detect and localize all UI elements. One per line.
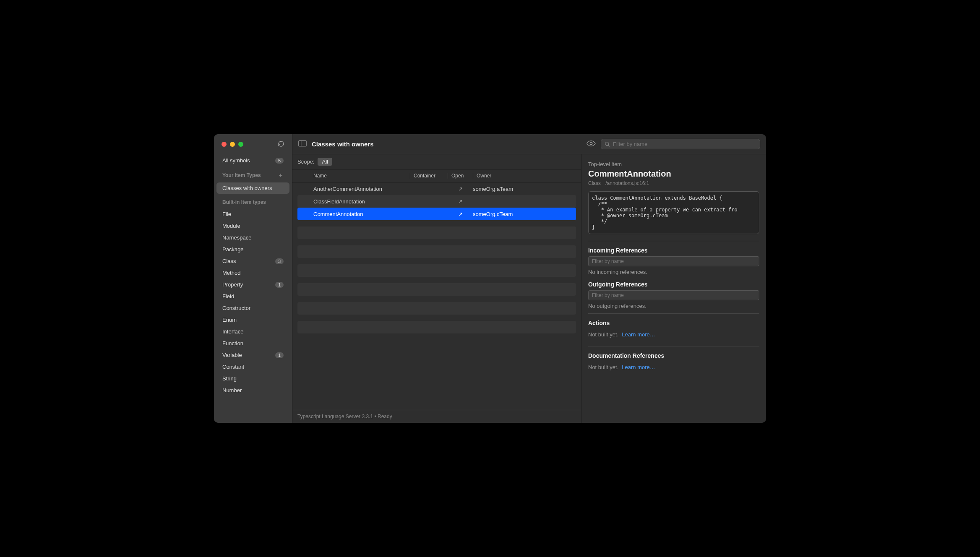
sidebar-toggle-button[interactable] xyxy=(298,140,307,148)
sidebar-item-field[interactable]: Field xyxy=(216,291,289,302)
add-type-button[interactable]: ＋ xyxy=(278,172,284,179)
table-row[interactable]: CommentAnnotation↗someOrg.cTeam xyxy=(297,208,576,220)
sidebar-item-module[interactable]: Module xyxy=(216,220,289,232)
page-title: Classes with owners xyxy=(312,141,374,148)
sidebar-item-classes-with-owners[interactable]: Classes with owners xyxy=(216,182,289,194)
status-bar: Typescript Language Server 3.3.1 • Ready xyxy=(292,410,581,423)
sidebar-item-label: String xyxy=(222,375,237,382)
svg-point-3 xyxy=(605,142,609,145)
sidebar-item-label: Variable xyxy=(222,352,242,358)
sidebar-heading-builtin: Built-in Item types xyxy=(216,197,289,208)
sidebar-item-all-symbols[interactable]: All symbols 5 xyxy=(216,155,289,166)
table-row[interactable]: ClassFieldAnnotation↗ xyxy=(297,195,576,208)
sidebar-item-variable[interactable]: Variable1 xyxy=(216,349,289,361)
sidebar-item-class[interactable]: Class3 xyxy=(216,255,289,267)
placeholder-row xyxy=(297,321,576,333)
column-owner[interactable]: Owner xyxy=(473,173,548,179)
heading-label: Your Item Types xyxy=(222,172,261,178)
column-name[interactable]: Name xyxy=(313,173,410,179)
search-input[interactable] xyxy=(613,141,756,147)
open-link-icon[interactable]: ↗ xyxy=(448,198,473,205)
open-link-icon[interactable]: ↗ xyxy=(448,211,473,217)
sidebar-item-label: Property xyxy=(222,281,243,288)
sidebar-item-constructor[interactable]: Constructor xyxy=(216,302,289,314)
sidebar-item-interface[interactable]: Interface xyxy=(216,326,289,337)
placeholder-row xyxy=(297,245,576,258)
detail-meta: Class /annotations.js:16:1 xyxy=(588,180,759,186)
toolbar: Classes with owners xyxy=(292,134,766,154)
table-row[interactable]: AnotherCommentAnnotation↗someOrg.aTeam xyxy=(297,182,576,195)
code-preview: class CommentAnnotation extends BaseMode… xyxy=(588,191,759,234)
svg-rect-0 xyxy=(299,141,306,146)
minimize-window-button[interactable] xyxy=(230,142,235,147)
placeholder-row xyxy=(297,302,576,315)
sidebar-item-label: Enum xyxy=(222,317,237,323)
outgoing-filter-input[interactable] xyxy=(588,290,759,300)
sidebar-item-method[interactable]: Method xyxy=(216,267,289,278)
close-window-button[interactable] xyxy=(222,142,227,147)
docrefs-learn-more-link[interactable]: Learn more… xyxy=(622,364,655,370)
content-area: Scope: All Name Container Open Owner Ano… xyxy=(292,154,766,423)
sidebar-item-enum[interactable]: Enum xyxy=(216,314,289,325)
row-name: ClassFieldAnnotation xyxy=(313,198,410,205)
scope-bar: Scope: All xyxy=(292,154,581,169)
sidebar-item-file[interactable]: File xyxy=(216,208,289,220)
sidebar-item-label: File xyxy=(222,211,231,217)
scope-label: Scope: xyxy=(297,159,314,165)
row-owner: someOrg.cTeam xyxy=(473,211,548,217)
scope-value[interactable]: All xyxy=(318,158,332,166)
count-badge: 1 xyxy=(275,282,284,288)
refresh-button[interactable] xyxy=(278,141,284,148)
detail-kind: Class xyxy=(588,180,601,186)
incoming-refs-title: Incoming References xyxy=(588,247,759,254)
placeholder-row xyxy=(297,226,576,239)
search-field[interactable] xyxy=(601,139,760,149)
app-window: All symbols 5 Your Item Types ＋ Classes … xyxy=(214,134,766,423)
table-body: AnotherCommentAnnotation↗someOrg.aTeamCl… xyxy=(292,182,581,410)
sidebar-item-label: Number xyxy=(222,387,242,393)
visibility-toggle-button[interactable] xyxy=(586,140,596,148)
zoom-window-button[interactable] xyxy=(238,142,243,147)
actions-not-built: Not built yet. xyxy=(588,331,618,338)
column-container[interactable]: Container xyxy=(410,173,448,179)
detail-title: CommentAnnotation xyxy=(588,169,759,179)
doc-refs-title: Documentation References xyxy=(588,352,759,359)
sidebar-item-string[interactable]: String xyxy=(216,373,289,384)
sidebar-item-label: Function xyxy=(222,340,243,346)
sidebar-item-label: Classes with owners xyxy=(222,185,272,191)
svg-point-2 xyxy=(590,142,592,145)
row-name: AnotherCommentAnnotation xyxy=(313,186,410,192)
sidebar-item-label: Interface xyxy=(222,328,244,335)
incoming-filter-input[interactable] xyxy=(588,256,759,266)
outgoing-empty: No outgoing references. xyxy=(588,303,759,309)
table-header: Name Container Open Owner xyxy=(292,169,581,182)
row-owner: someOrg.aTeam xyxy=(473,186,548,192)
column-open[interactable]: Open xyxy=(448,173,473,179)
search-icon xyxy=(605,141,610,147)
titlebar xyxy=(214,134,292,154)
sidebar-item-label: All symbols xyxy=(222,157,250,164)
detail-subtitle: Top-level item xyxy=(588,161,759,167)
sidebar-item-label: Class xyxy=(222,258,236,264)
sidebar-item-number[interactable]: Number xyxy=(216,385,289,396)
sidebar-item-label: Module xyxy=(222,223,240,229)
sidebar-item-label: Constant xyxy=(222,364,244,370)
placeholder-row xyxy=(297,264,576,277)
detail-path: /annotations.js:16:1 xyxy=(605,180,649,186)
sidebar-item-constant[interactable]: Constant xyxy=(216,361,289,372)
open-link-icon[interactable]: ↗ xyxy=(448,186,473,192)
docrefs-not-built: Not built yet. xyxy=(588,364,618,370)
heading-label: Built-in Item types xyxy=(222,199,266,205)
sidebar-item-label: Method xyxy=(222,270,240,276)
sidebar-item-function[interactable]: Function xyxy=(216,338,289,349)
sidebar-item-property[interactable]: Property1 xyxy=(216,279,289,290)
main-pane: Classes with owners Scope: All Name Cont… xyxy=(292,134,766,423)
sidebar-heading-your-types: Your Item Types ＋ xyxy=(216,169,289,182)
actions-learn-more-link[interactable]: Learn more… xyxy=(622,331,655,338)
sidebar-item-package[interactable]: Package xyxy=(216,244,289,255)
sidebar-item-namespace[interactable]: Namespace xyxy=(216,232,289,243)
list-pane: Scope: All Name Container Open Owner Ano… xyxy=(292,154,581,423)
placeholder-row xyxy=(297,283,576,296)
count-badge: 5 xyxy=(275,158,284,164)
sidebar-item-label: Constructor xyxy=(222,305,250,311)
